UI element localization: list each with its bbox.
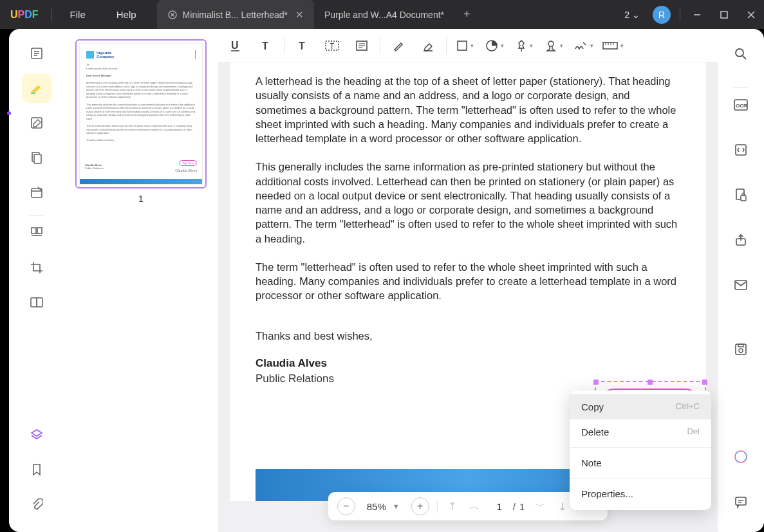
save-button[interactable] xyxy=(726,335,756,364)
share-button[interactable] xyxy=(726,225,756,255)
svg-rect-4 xyxy=(31,93,35,94)
svg-rect-10 xyxy=(37,228,42,234)
left-rail xyxy=(9,29,64,532)
svg-rect-9 xyxy=(32,228,36,234)
active-indicator xyxy=(7,111,11,115)
svg-point-23 xyxy=(548,41,554,46)
bookmark-tool[interactable] xyxy=(22,455,51,484)
email-button[interactable] xyxy=(726,270,756,300)
thumbnail-panel: IngoudeCompany To:Lorem ipsum dolor sit … xyxy=(64,29,218,532)
menu-help[interactable]: Help xyxy=(101,9,152,20)
page-tool[interactable] xyxy=(22,143,51,172)
text-style-button[interactable]: T xyxy=(254,34,277,57)
close-button[interactable] xyxy=(738,0,764,29)
attachment-tool[interactable] xyxy=(22,490,51,519)
thumbnail-page-number: 1 xyxy=(75,194,207,204)
zoom-out-button[interactable]: − xyxy=(337,497,355,515)
ctx-copy[interactable]: CopyCtrl+C xyxy=(570,394,711,419)
svg-point-25 xyxy=(736,49,743,57)
layers-tool[interactable] xyxy=(22,420,51,450)
textbox-button[interactable]: T xyxy=(321,34,344,57)
pencil-button[interactable] xyxy=(387,34,410,57)
svg-rect-12 xyxy=(37,298,42,307)
context-menu: CopyCtrl+C DeleteDel Note Properties... xyxy=(570,390,711,510)
closing-line: Thanks and best wishes, xyxy=(256,329,680,343)
convert-button[interactable] xyxy=(726,135,756,165)
maximize-button[interactable] xyxy=(711,0,737,29)
ctx-note[interactable]: Note xyxy=(570,450,711,475)
text-button[interactable]: T xyxy=(291,34,314,57)
compare-tool[interactable] xyxy=(22,288,51,317)
last-page-button[interactable]: ⤓ xyxy=(555,500,569,513)
next-page-button[interactable]: ﹀ xyxy=(532,500,548,513)
pin-button[interactable] xyxy=(512,34,536,57)
highlighter-tool[interactable] xyxy=(22,73,51,103)
prev-page-button[interactable]: ︿ xyxy=(467,500,482,513)
paragraph: The term "letterhead" is often used to r… xyxy=(256,260,680,303)
svg-rect-11 xyxy=(31,298,37,307)
chevron-down-icon: ⌄ xyxy=(632,10,640,20)
svg-point-35 xyxy=(739,349,743,353)
underline-button[interactable]: U xyxy=(225,34,248,57)
organize-tool[interactable] xyxy=(22,218,51,248)
protect-button[interactable] xyxy=(726,180,756,210)
titlebar: UPDF File Help Minimalist B... Letterhea… xyxy=(0,0,764,29)
paragraph: A letterhead is the heading at the top o… xyxy=(256,74,680,145)
edit-tool[interactable] xyxy=(22,108,51,138)
svg-rect-31 xyxy=(741,196,746,201)
page-total: 1 xyxy=(519,501,525,512)
tab-minimalist-letterhead[interactable]: Minimalist B... Letterhead* ✕ xyxy=(157,0,314,29)
paragraph: This generally includes the same informa… xyxy=(256,160,680,246)
comment-button[interactable] xyxy=(726,487,756,517)
avatar[interactable]: R xyxy=(653,6,671,24)
ctx-delete[interactable]: DeleteDel xyxy=(570,419,711,445)
tab-label: Purple and W...A4 Document* xyxy=(324,10,444,20)
stamp-button[interactable] xyxy=(542,34,565,57)
sticker-button[interactable] xyxy=(483,34,506,57)
crop-tool[interactable] xyxy=(22,253,51,282)
eraser-button[interactable] xyxy=(416,34,440,57)
reader-tool[interactable] xyxy=(22,39,51,68)
svg-text:OCR: OCR xyxy=(736,103,747,109)
close-icon[interactable]: ✕ xyxy=(295,9,304,21)
tab-purple-a4[interactable]: Purple and W...A4 Document* xyxy=(314,0,454,29)
app-logo: UPDF xyxy=(0,9,49,21)
signature-button[interactable] xyxy=(572,34,595,57)
svg-text:U: U xyxy=(231,40,239,51)
svg-text:T: T xyxy=(299,41,305,51)
chevron-down-icon: ▼ xyxy=(393,502,400,510)
page-thumbnail[interactable]: IngoudeCompany To:Lorem ipsum dolor sit … xyxy=(75,39,207,188)
format-toolbar: U T T T xyxy=(218,29,718,62)
note-button[interactable] xyxy=(350,34,373,57)
svg-rect-7 xyxy=(34,154,41,163)
document-icon xyxy=(167,10,178,20)
svg-rect-2 xyxy=(721,12,727,18)
svg-rect-24 xyxy=(603,42,617,49)
form-tool[interactable] xyxy=(22,178,51,207)
ctx-properties[interactable]: Properties... xyxy=(570,481,711,506)
first-page-button[interactable]: ⤒ xyxy=(445,500,459,513)
page-input[interactable] xyxy=(490,501,509,512)
new-tab-button[interactable]: + xyxy=(454,8,480,21)
ocr-button[interactable]: OCR xyxy=(726,90,756,120)
tab-label: Minimalist B... Letterhead* xyxy=(183,10,288,20)
version-dropdown[interactable]: 2⌄ xyxy=(618,10,646,20)
svg-rect-36 xyxy=(738,344,743,347)
shape-button[interactable] xyxy=(453,34,476,57)
measure-button[interactable] xyxy=(601,34,624,57)
svg-text:T: T xyxy=(330,42,335,51)
minimize-button[interactable] xyxy=(684,0,710,29)
search-button[interactable] xyxy=(726,39,756,69)
menu-file[interactable]: File xyxy=(55,9,101,20)
sender-name: Claudia Alves xyxy=(256,357,680,370)
ai-button[interactable] xyxy=(726,442,756,472)
zoom-bar: − 85%▼ + ⤒ ︿ / 1 ﹀ ⤓ ✕ xyxy=(328,492,608,520)
page-indicator: / 1 xyxy=(490,501,525,512)
svg-line-26 xyxy=(743,56,746,59)
zoom-in-button[interactable]: + xyxy=(411,497,429,515)
zoom-value[interactable]: 85%▼ xyxy=(363,501,404,512)
svg-rect-39 xyxy=(736,497,746,505)
svg-rect-21 xyxy=(458,41,467,50)
svg-point-38 xyxy=(735,451,747,463)
main-area: U T T T A letterhead is the heading at t… xyxy=(218,29,718,532)
